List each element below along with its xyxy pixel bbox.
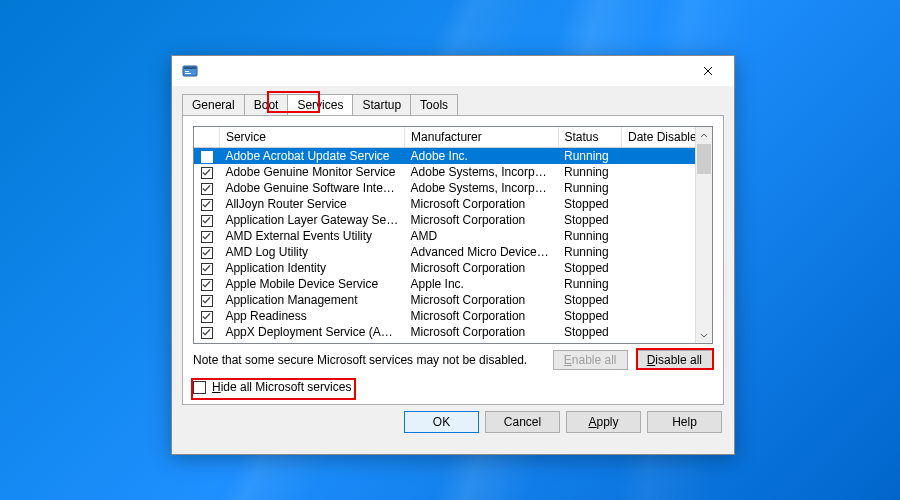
row-checkbox[interactable]: [201, 279, 213, 291]
services-table-wrap: Service Manufacturer Status Date Disable…: [193, 126, 713, 344]
row-checkbox[interactable]: [201, 231, 213, 243]
scroll-down-button[interactable]: [696, 326, 712, 343]
svg-rect-3: [185, 73, 191, 74]
row-checkbox[interactable]: [201, 167, 213, 179]
table-row[interactable]: AppX Deployment Service (AppX...Microsof…: [194, 324, 712, 340]
scrollbar[interactable]: [695, 127, 712, 343]
close-button[interactable]: [688, 58, 728, 84]
row-manufacturer: Adobe Inc.: [405, 148, 558, 165]
row-status: Running: [558, 276, 621, 292]
table-row[interactable]: Application IdentityMicrosoft Corporatio…: [194, 260, 712, 276]
col-service[interactable]: Service: [219, 127, 404, 148]
row-checkbox[interactable]: [201, 295, 213, 307]
titlebar: [172, 56, 734, 86]
app-icon: [182, 63, 198, 79]
row-checkbox[interactable]: [201, 199, 213, 211]
hide-microsoft-row: Hide all Microsoft services: [193, 380, 713, 394]
row-checkbox[interactable]: [201, 183, 213, 195]
tab-boot[interactable]: Boot: [244, 94, 289, 115]
row-manufacturer: AMD: [405, 228, 558, 244]
row-status: Stopped: [558, 260, 621, 276]
disable-all-button[interactable]: Disable all: [636, 350, 713, 370]
table-row[interactable]: Application ManagementMicrosoft Corporat…: [194, 292, 712, 308]
row-status: Running: [558, 244, 621, 260]
row-checkbox[interactable]: [201, 311, 213, 323]
scroll-up-button[interactable]: [696, 127, 712, 144]
row-manufacturer: Advanced Micro Devices, I...: [405, 244, 558, 260]
row-checkbox[interactable]: [201, 151, 213, 163]
apply-button[interactable]: Apply: [566, 411, 641, 433]
row-status: Stopped: [558, 196, 621, 212]
enable-all-button: Enable all: [553, 350, 628, 370]
note-text: Note that some secure Microsoft services…: [193, 353, 545, 367]
scroll-thumb[interactable]: [697, 144, 711, 174]
row-manufacturer: Microsoft Corporation: [405, 292, 558, 308]
row-status: Stopped: [558, 324, 621, 340]
msconfig-dialog: General Boot Services Startup Tools Serv…: [171, 55, 735, 455]
table-row[interactable]: AMD External Events UtilityAMDRunning: [194, 228, 712, 244]
row-manufacturer: Microsoft Corporation: [405, 260, 558, 276]
row-status: Running: [558, 164, 621, 180]
cancel-button[interactable]: Cancel: [485, 411, 560, 433]
row-service: Adobe Genuine Monitor Service: [219, 164, 404, 180]
col-manufacturer[interactable]: Manufacturer: [405, 127, 558, 148]
table-row[interactable]: Adobe Genuine Monitor ServiceAdobe Syste…: [194, 164, 712, 180]
row-service: AMD External Events Utility: [219, 228, 404, 244]
table-row[interactable]: Apple Mobile Device ServiceApple Inc.Run…: [194, 276, 712, 292]
table-row[interactable]: Adobe Genuine Software Integri...Adobe S…: [194, 180, 712, 196]
services-table: Service Manufacturer Status Date Disable…: [194, 127, 712, 340]
row-status: Running: [558, 180, 621, 196]
help-button[interactable]: Help: [647, 411, 722, 433]
row-service: AppX Deployment Service (AppX...: [219, 324, 404, 340]
ok-button[interactable]: OK: [404, 411, 479, 433]
row-status: Stopped: [558, 292, 621, 308]
row-manufacturer: Microsoft Corporation: [405, 196, 558, 212]
table-row[interactable]: Adobe Acrobat Update ServiceAdobe Inc.Ru…: [194, 148, 712, 165]
row-manufacturer: Apple Inc.: [405, 276, 558, 292]
col-checkbox[interactable]: [194, 127, 219, 148]
dialog-buttons: OK Cancel Apply Help: [172, 411, 734, 443]
table-row[interactable]: Application Layer Gateway ServiceMicroso…: [194, 212, 712, 228]
tab-startup[interactable]: Startup: [352, 94, 411, 115]
hide-microsoft-label[interactable]: Hide all Microsoft services: [212, 380, 351, 394]
tab-services[interactable]: Services: [287, 94, 353, 115]
row-service: Apple Mobile Device Service: [219, 276, 404, 292]
close-icon: [703, 66, 713, 76]
tab-general[interactable]: General: [182, 94, 245, 115]
tab-tools[interactable]: Tools: [410, 94, 458, 115]
row-service: Adobe Acrobat Update Service: [219, 148, 404, 165]
note-row: Note that some secure Microsoft services…: [193, 350, 713, 370]
row-checkbox[interactable]: [201, 215, 213, 227]
table-row[interactable]: AllJoyn Router ServiceMicrosoft Corporat…: [194, 196, 712, 212]
row-manufacturer: Microsoft Corporation: [405, 324, 558, 340]
row-service: AMD Log Utility: [219, 244, 404, 260]
svg-rect-2: [185, 71, 189, 72]
row-manufacturer: Microsoft Corporation: [405, 308, 558, 324]
row-service: App Readiness: [219, 308, 404, 324]
row-service: Application Management: [219, 292, 404, 308]
row-status: Running: [558, 228, 621, 244]
row-manufacturer: Adobe Systems, Incorpora...: [405, 164, 558, 180]
svg-rect-1: [184, 67, 196, 69]
row-service: Application Identity: [219, 260, 404, 276]
col-status[interactable]: Status: [558, 127, 621, 148]
row-status: Stopped: [558, 308, 621, 324]
row-status: Running: [558, 148, 621, 165]
row-checkbox[interactable]: [201, 247, 213, 259]
table-row[interactable]: AMD Log UtilityAdvanced Micro Devices, I…: [194, 244, 712, 260]
row-manufacturer: Microsoft Corporation: [405, 212, 558, 228]
table-row[interactable]: App ReadinessMicrosoft CorporationStoppe…: [194, 308, 712, 324]
row-checkbox[interactable]: [201, 263, 213, 275]
row-service: Application Layer Gateway Service: [219, 212, 404, 228]
row-manufacturer: Adobe Systems, Incorpora...: [405, 180, 558, 196]
tabs-row: General Boot Services Startup Tools: [172, 86, 734, 115]
chevron-down-icon: [700, 331, 708, 339]
services-panel: Service Manufacturer Status Date Disable…: [182, 115, 724, 405]
chevron-up-icon: [700, 132, 708, 140]
hide-microsoft-checkbox[interactable]: [193, 381, 206, 394]
row-service: AllJoyn Router Service: [219, 196, 404, 212]
row-service: Adobe Genuine Software Integri...: [219, 180, 404, 196]
row-status: Stopped: [558, 212, 621, 228]
row-checkbox[interactable]: [201, 327, 213, 339]
